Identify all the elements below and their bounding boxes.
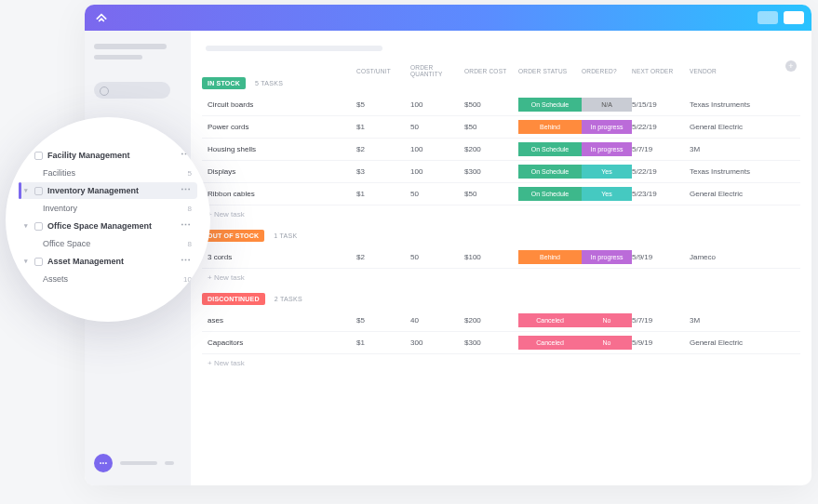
placeholder <box>94 44 167 49</box>
sidebar-item-label: Facility Management <box>47 151 130 160</box>
ordered-badge[interactable]: In progress <box>582 142 632 156</box>
sidebar-item[interactable]: Office Space8 <box>19 235 197 252</box>
toolbar-placeholder <box>206 46 382 51</box>
col-order-qty: ORDER QUANTITY <box>410 64 464 77</box>
new-task-button[interactable]: + New task <box>202 206 800 219</box>
sidebar-item[interactable]: Facilities5 <box>19 165 197 181</box>
space-tree: ▾Facility Management⋯Facilities5▾Invento… <box>19 147 197 287</box>
ordered-badge[interactable]: No <box>582 336 632 350</box>
item-count: 5 <box>188 169 192 178</box>
item-count: 8 <box>188 240 192 248</box>
group-task-count: 5 TASKS <box>255 80 283 86</box>
col-ordered: ORDERED? <box>582 68 632 74</box>
more-icon[interactable]: ⋯ <box>181 223 192 229</box>
folder-icon <box>34 258 43 266</box>
sidebar-item-label: Inventory Management <box>47 186 139 195</box>
group-task-count: 2 TASKS <box>275 296 302 302</box>
window-control[interactable] <box>784 11 804 24</box>
window-control[interactable] <box>758 11 778 24</box>
group-status-chip[interactable]: DISCONTINUED <box>202 293 265 305</box>
task-name: Capacitors <box>208 338 356 347</box>
task-row[interactable]: 3 cords$250$100BehindIn progress5/9/19Ja… <box>202 246 800 269</box>
status-badge[interactable]: On Schedule <box>518 98 582 112</box>
ordered-badge[interactable]: In progress <box>582 250 632 264</box>
ordered-badge[interactable]: No <box>582 313 632 327</box>
expand-icon[interactable]: ▾ <box>24 187 30 194</box>
task-row[interactable]: Capacitors$1300$300CanceledNo5/9/19Gener… <box>202 332 800 354</box>
task-row[interactable]: ases$540$200CanceledNo5/7/193M <box>202 310 800 332</box>
col-order-cost: ORDER COST <box>464 68 518 74</box>
ordered-badge[interactable]: Yes <box>582 187 632 201</box>
ordered-badge[interactable]: N/A <box>582 98 632 112</box>
sidebar-item[interactable]: ▾Asset Management⋯ <box>19 253 197 270</box>
expand-icon[interactable]: ▾ <box>24 152 30 159</box>
task-name: Ribbon cables <box>208 190 356 198</box>
group-status-chip[interactable]: IN STOCK <box>202 77 246 89</box>
sidebar-item-label: Office Space <box>43 239 90 248</box>
status-badge[interactable]: On Schedule <box>518 142 582 156</box>
main-content: COST/UNIT ORDER QUANTITY ORDER COST ORDE… <box>191 31 811 485</box>
task-name: Circuit boards <box>208 100 356 109</box>
sidebar-item[interactable]: ▾Inventory Management⋯ <box>19 182 197 199</box>
col-vendor: VENDOR <box>690 68 768 74</box>
task-name: Displays <box>208 167 356 176</box>
task-name: Housing shells <box>208 145 356 153</box>
col-next-order: NEXT ORDER <box>632 68 690 74</box>
task-grid: COST/UNIT ORDER QUANTITY ORDER COST ORDE… <box>202 64 800 367</box>
status-badge[interactable]: Behind <box>518 250 582 264</box>
more-icon[interactable]: ⋯ <box>181 188 192 193</box>
sidebar-item[interactable]: Inventory8 <box>19 200 197 217</box>
col-cost-unit: COST/UNIT <box>356 68 410 74</box>
sidebar-magnifier: ▾Facility Management⋯Facilities5▾Invento… <box>6 117 210 322</box>
group-status-chip[interactable]: OUT OF STOCK <box>202 230 264 242</box>
sidebar-item-label: Inventory <box>43 204 77 213</box>
placeholder <box>165 461 174 465</box>
task-row[interactable]: Power cords$150$50BehindIn progress5/22/… <box>202 116 800 139</box>
status-badge[interactable]: On Schedule <box>518 165 582 179</box>
status-badge[interactable]: Behind <box>518 120 582 134</box>
new-task-button[interactable]: + New task <box>202 354 800 367</box>
more-icon[interactable]: ⋯ <box>181 259 192 264</box>
sidebar-item[interactable]: Assets10 <box>19 271 197 287</box>
item-count: 8 <box>188 205 192 213</box>
title-bar <box>85 5 811 31</box>
new-task-button[interactable]: + New task <box>202 269 800 282</box>
ordered-badge[interactable]: In progress <box>582 120 632 134</box>
sidebar-item[interactable]: ▾Facility Management⋯ <box>19 147 197 164</box>
task-name: Power cords <box>208 123 356 131</box>
task-name: ases <box>208 316 356 325</box>
group-task-count: 1 TASK <box>274 232 297 239</box>
sidebar-item-label: Facilities <box>43 168 75 178</box>
sidebar-item[interactable]: ▾Office Space Management⋯ <box>19 218 197 234</box>
folder-icon <box>34 152 43 160</box>
ordered-badge[interactable]: Yes <box>582 165 632 179</box>
search-input[interactable] <box>94 82 170 99</box>
task-name: 3 cords <box>208 253 356 261</box>
status-badge[interactable]: On Schedule <box>518 187 582 201</box>
folder-icon <box>34 187 43 195</box>
add-column-button[interactable]: + <box>785 60 797 72</box>
col-order-status: ORDER STATUS <box>518 68 582 74</box>
status-badge[interactable]: Canceled <box>518 336 582 350</box>
status-badge[interactable]: Canceled <box>518 313 582 327</box>
task-row[interactable]: Circuit boards$5100$500On ScheduleN/A5/1… <box>202 94 800 116</box>
sidebar-item-label: Asset Management <box>47 257 124 266</box>
placeholder <box>120 461 157 465</box>
task-row[interactable]: Displays$3100$300On ScheduleYes5/22/19Te… <box>202 161 800 183</box>
app-logo-icon <box>92 8 111 27</box>
folder-icon <box>34 222 43 231</box>
expand-icon[interactable]: ▾ <box>24 258 30 265</box>
sidebar-item-label: Assets <box>43 274 68 284</box>
chat-icon[interactable]: ··· <box>94 454 113 472</box>
sidebar-item-label: Office Space Management <box>47 221 152 231</box>
expand-icon[interactable]: ▾ <box>24 222 30 230</box>
task-row[interactable]: Ribbon cables$150$50On ScheduleYes5/23/1… <box>202 183 800 206</box>
placeholder <box>94 55 142 60</box>
task-row[interactable]: Housing shells$2100$200On ScheduleIn pro… <box>202 139 800 161</box>
